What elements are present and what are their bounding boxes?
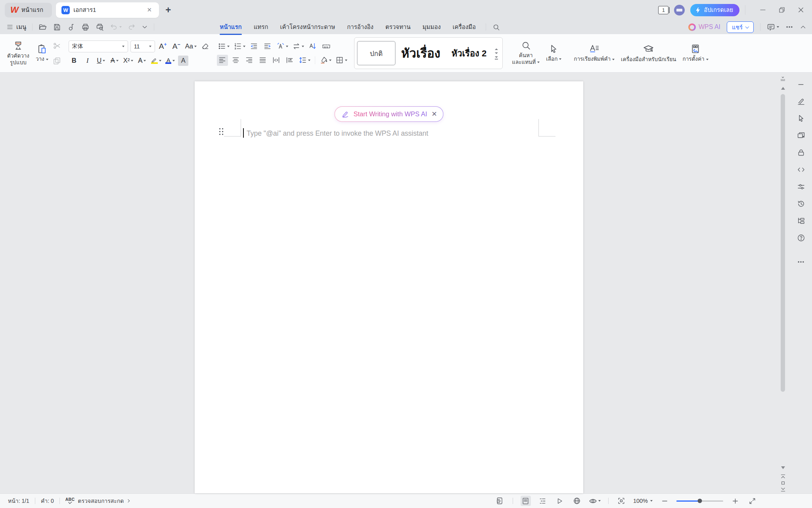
styles-up-icon[interactable] <box>495 48 498 50</box>
tab-home[interactable]: หน้าแรก <box>214 20 247 34</box>
print-preview-button[interactable] <box>96 23 104 31</box>
share-button[interactable]: แชร์ <box>727 21 754 33</box>
minimize-button[interactable] <box>755 3 771 17</box>
wps-ai-button[interactable]: WPS AI <box>688 23 720 31</box>
italic-button[interactable]: I <box>82 55 93 66</box>
previous-page-icon[interactable] <box>780 473 786 480</box>
browse-object-icon[interactable] <box>780 480 786 486</box>
scrollbar-thumb[interactable] <box>781 94 785 392</box>
history-icon[interactable] <box>797 200 805 208</box>
undo-history-chevron-icon[interactable] <box>119 26 122 28</box>
line-spacing-button[interactable] <box>298 55 311 66</box>
tab-tools[interactable]: เครื่องมือ <box>446 20 481 34</box>
collapse-ribbon-button[interactable] <box>800 24 806 31</box>
find-replace-button[interactable]: ค้นหาและแทนที่ <box>509 37 543 70</box>
justify-button[interactable] <box>257 55 268 66</box>
collapse-dash-icon[interactable] <box>797 81 805 89</box>
outline-tree-icon[interactable] <box>797 217 805 225</box>
task-history-button[interactable] <box>495 496 505 506</box>
align-center-button[interactable] <box>230 55 241 66</box>
tab-review[interactable]: ตรวจทาน <box>379 20 417 34</box>
main-menu-button[interactable]: เมนู <box>6 22 26 32</box>
vertical-scrollbar[interactable] <box>777 73 789 493</box>
toggle-ruler-icon[interactable] <box>779 76 786 83</box>
code-icon[interactable] <box>797 165 805 174</box>
zoom-slider-knob[interactable] <box>698 499 702 503</box>
window-count-badge[interactable]: 1 <box>658 6 668 14</box>
paste-button[interactable]: วาง <box>33 37 52 70</box>
distribute-button[interactable] <box>271 55 282 66</box>
zoom-slider[interactable] <box>676 500 723 502</box>
select-cursor-icon[interactable] <box>797 114 805 123</box>
ai-start-pill[interactable]: Start Writing with WPS AI ✕ <box>334 106 443 122</box>
tab-insert[interactable]: แทรก <box>248 20 274 34</box>
sliders-icon[interactable] <box>797 183 805 191</box>
style-normal[interactable]: ปกติ <box>357 41 396 65</box>
style-heading2[interactable]: หัวเรื่อง 2 <box>446 41 492 65</box>
undo-button[interactable] <box>110 23 122 31</box>
superscript-button[interactable]: X² <box>123 55 134 66</box>
zoom-out-button[interactable] <box>659 496 670 506</box>
more-tools-icon[interactable] <box>797 258 805 266</box>
print-layout-view-button[interactable] <box>521 496 531 506</box>
align-right-button[interactable] <box>244 55 255 66</box>
wrap-direction-button[interactable] <box>291 41 305 52</box>
close-window-button[interactable] <box>793 3 809 17</box>
web-layout-button[interactable] <box>572 496 582 506</box>
ai-pill-close-icon[interactable]: ✕ <box>431 110 437 118</box>
zoom-in-button[interactable] <box>730 496 740 506</box>
eye-protection-button[interactable] <box>589 496 601 506</box>
numbered-list-button[interactable] <box>233 41 246 52</box>
decrease-font-button[interactable]: A− <box>171 41 182 52</box>
fit-page-button[interactable] <box>616 496 626 506</box>
styles-expand-icon[interactable] <box>495 56 498 58</box>
cut-button[interactable] <box>52 40 63 51</box>
user-avatar[interactable] <box>674 5 685 15</box>
bold-button[interactable]: B <box>69 55 80 66</box>
document-tab[interactable]: W เอกสาร1 ✕ <box>56 2 159 18</box>
shading-button[interactable] <box>319 55 332 66</box>
clear-format-button[interactable] <box>200 41 211 52</box>
settings-button[interactable]: การตั้งค่า <box>680 37 712 70</box>
ruler-button[interactable] <box>321 41 332 52</box>
sort-button[interactable] <box>307 41 318 52</box>
print-button[interactable] <box>81 23 90 31</box>
close-windows-icon[interactable] <box>797 131 805 140</box>
font-color-button[interactable]: A <box>165 55 176 66</box>
quick-access-more-button[interactable] <box>142 24 148 30</box>
page-indicator[interactable]: หน้า: 1/1 <box>8 496 29 505</box>
underline-button[interactable]: U <box>96 55 107 66</box>
tab-page-layout[interactable]: เค้าโครงหน้ากระดาษ <box>274 20 341 34</box>
increase-indent-button[interactable] <box>262 41 273 52</box>
text-direction-button[interactable] <box>276 41 289 52</box>
student-tools-button[interactable]: เครื่องมือสำหรับนักเรียน <box>618 37 680 70</box>
copy-button[interactable] <box>52 55 63 66</box>
restore-button[interactable] <box>774 3 790 17</box>
text-effects-button[interactable]: A <box>136 55 147 66</box>
paragraph-drag-handle[interactable] <box>218 127 224 135</box>
scroll-down-icon[interactable] <box>781 466 785 469</box>
format-painter-button[interactable]: ตัวคัดวางรูปแบบ <box>4 37 33 70</box>
tab-references[interactable]: การอ้างอิง <box>341 20 379 34</box>
styles-down-icon[interactable] <box>495 52 498 54</box>
align-left-button[interactable] <box>217 55 228 66</box>
new-tab-button[interactable]: + <box>165 4 171 15</box>
style-heading[interactable]: หัวเรื่อง <box>396 41 446 65</box>
save-button[interactable] <box>53 23 61 31</box>
document-page[interactable]: Start Writing with WPS AI ✕ Type "@ai" a… <box>195 81 583 493</box>
bullet-list-button[interactable] <box>217 41 230 52</box>
tab-view[interactable]: มุมมอง <box>416 20 446 34</box>
change-case-button[interactable]: Aa <box>184 41 197 52</box>
redo-button[interactable] <box>128 23 136 31</box>
next-page-icon[interactable] <box>780 486 786 493</box>
lock-icon[interactable] <box>797 148 805 157</box>
increase-font-button[interactable]: A+ <box>157 41 169 52</box>
word-count[interactable]: คำ: 0 <box>41 496 54 505</box>
spellcheck-button[interactable]: ABC ตรวจสอบการสะกด <box>65 496 130 505</box>
select-button[interactable]: เลือก <box>543 37 565 70</box>
zoom-percent-button[interactable]: 100% <box>633 498 653 504</box>
decrease-indent-button[interactable] <box>249 41 260 52</box>
font-name-select[interactable]: 宋体 <box>69 40 128 52</box>
export-pdf-button[interactable] <box>67 23 75 31</box>
ribbon-search-button[interactable] <box>490 23 502 31</box>
